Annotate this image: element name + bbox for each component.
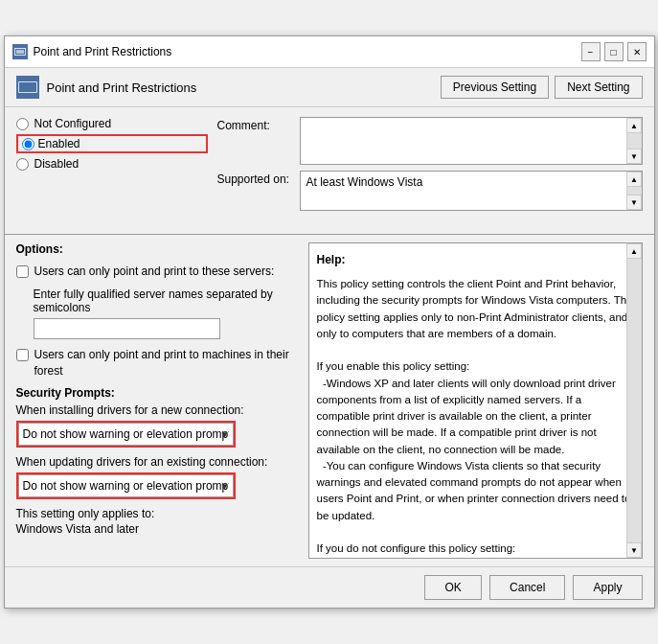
help-content: This policy setting controls the client … (317, 276, 634, 558)
close-button[interactable]: ✕ (627, 42, 647, 61)
servers-label: Users can only point and print to these … (34, 264, 275, 280)
supported-scroll-up[interactable]: ▲ (626, 172, 642, 187)
title-bar-left: Point and Print Restrictions (12, 44, 172, 59)
not-configured-label: Not Configured (34, 117, 112, 130)
header-buttons: Previous Setting Next Setting (441, 76, 643, 99)
help-text-area: Help: This policy setting controls the c… (309, 243, 642, 558)
right-panel: Comment: ▲ ▼ Supported on: (217, 117, 643, 217)
supported-scroll-down[interactable]: ▼ (626, 195, 642, 210)
installing-dropdown-wrapper: Do not show warning or elevation prompt … (18, 423, 234, 446)
security-prompts-title: Security Prompts: (16, 386, 299, 400)
next-setting-button[interactable]: Next Setting (555, 76, 642, 99)
scroll-up-arrow[interactable]: ▲ (626, 118, 642, 133)
updating-dropdown[interactable]: Do not show warning or elevation prompt … (18, 474, 234, 497)
disabled-label: Disabled (34, 157, 79, 171)
dialog-title: Point and Print Restrictions (47, 80, 197, 95)
help-title: Help: (317, 251, 634, 268)
not-configured-input[interactable] (16, 118, 29, 130)
title-bar-controls: − □ ✕ (581, 42, 647, 61)
header-title: Point and Print Restrictions (16, 76, 197, 99)
previous-setting-button[interactable]: Previous Setting (441, 76, 549, 99)
help-scroll-track (627, 259, 642, 542)
supported-scroll-track (627, 187, 642, 195)
supported-container: At least Windows Vista ▲ ▼ (300, 171, 643, 211)
help-scroll-down[interactable]: ▼ (626, 542, 642, 558)
help-scroll-up[interactable]: ▲ (626, 243, 642, 259)
supported-label: Supported on: (217, 171, 294, 186)
forest-checkbox[interactable] (16, 349, 29, 361)
comment-field: ▲ ▼ (300, 117, 643, 165)
installing-dropdown[interactable]: Do not show warning or elevation prompt … (18, 423, 234, 446)
installing-dropdown-border: Do not show warning or elevation prompt … (16, 421, 236, 448)
servers-checkbox-row: Users can only point and print to these … (16, 264, 299, 280)
main-content: Options: Users can only point and print … (5, 242, 654, 566)
minimize-button[interactable]: − (581, 42, 601, 61)
supported-scrollbar: ▲ ▼ (626, 172, 642, 210)
apply-button[interactable]: Apply (573, 575, 642, 600)
disabled-radio[interactable]: Disabled (16, 157, 208, 171)
supported-field: At least Windows Vista ▲ ▼ (300, 171, 643, 211)
section-divider (5, 234, 654, 235)
comment-scrollbar: ▲ ▼ (626, 118, 642, 164)
svg-rect-6 (19, 82, 36, 92)
options-title: Options: (16, 242, 299, 256)
updating-dropdown-border: Do not show warning or elevation prompt … (16, 472, 236, 499)
installing-label: When installing drivers for a new connec… (16, 403, 299, 417)
comment-textarea[interactable] (301, 118, 626, 164)
header-icon (16, 76, 39, 99)
servers-input[interactable] (34, 318, 220, 339)
updating-label: When updating drivers for an existing co… (16, 455, 299, 469)
applies-label: This setting only applies to: (16, 507, 299, 520)
radio-group: Not Configured Enabled Disabled (16, 117, 208, 171)
svg-rect-3 (16, 50, 24, 54)
updating-dropdown-wrapper: Do not show warning or elevation prompt … (18, 474, 234, 497)
enabled-radio[interactable]: Enabled (16, 134, 208, 153)
comment-row: Comment: ▲ ▼ (217, 117, 643, 165)
enabled-label: Enabled (38, 137, 80, 150)
help-panel: Help: This policy setting controls the c… (308, 242, 643, 559)
enabled-input[interactable] (22, 138, 34, 150)
header-bar: Point and Print Restrictions Previous Se… (5, 68, 654, 107)
not-configured-radio[interactable]: Not Configured (16, 117, 208, 130)
scroll-track (627, 133, 642, 149)
forest-label: Users can only point and print to machin… (34, 347, 299, 380)
main-window: Point and Print Restrictions − □ ✕ Point… (4, 35, 655, 609)
forest-checkbox-row: Users can only point and print to machin… (16, 347, 299, 380)
supported-value: At least Windows Vista (301, 172, 642, 210)
title-bar: Point and Print Restrictions − □ ✕ (5, 36, 654, 68)
window-title: Point and Print Restrictions (34, 45, 172, 58)
maximize-button[interactable]: □ (604, 42, 624, 61)
window-icon (12, 44, 28, 59)
ok-button[interactable]: OK (424, 575, 482, 600)
servers-checkbox[interactable] (16, 265, 29, 278)
servers-description: Enter fully qualified server names separ… (34, 288, 299, 314)
applies-value: Windows Vista and later (16, 522, 299, 536)
comment-label: Comment: (217, 117, 294, 132)
comment-textarea-container: ▲ ▼ (300, 117, 643, 165)
footer: OK Cancel Apply (5, 566, 654, 608)
settings-section: Not Configured Enabled Disabled Comment: (5, 107, 654, 226)
options-panel: Options: Users can only point and print … (16, 242, 308, 559)
radio-panel: Not Configured Enabled Disabled (16, 117, 208, 217)
help-scrollbar: ▲ ▼ (626, 243, 642, 558)
supported-row: Supported on: At least Windows Vista ▲ ▼ (217, 171, 643, 211)
cancel-button[interactable]: Cancel (489, 575, 565, 600)
disabled-input[interactable] (16, 158, 29, 171)
scroll-down-arrow[interactable]: ▼ (626, 149, 642, 164)
